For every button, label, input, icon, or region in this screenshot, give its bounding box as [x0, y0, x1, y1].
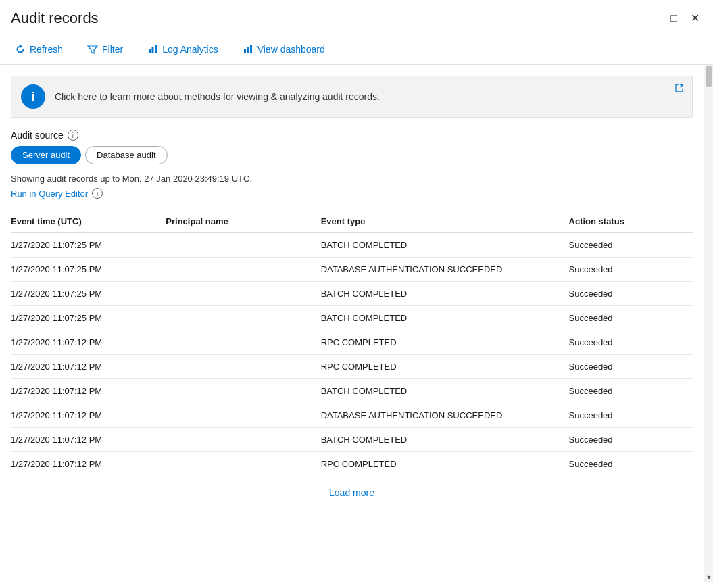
cell-action-status: Succeeded — [569, 282, 693, 306]
svg-rect-4 — [247, 47, 249, 53]
showing-text: Showing audit records up to Mon, 27 Jan … — [11, 174, 693, 184]
cell-event-time: 1/27/2020 11:07:12 PM — [11, 330, 166, 355]
refresh-button[interactable]: Refresh — [11, 41, 67, 57]
scroll-down-arrow[interactable]: ▼ — [704, 572, 713, 582]
svg-rect-0 — [149, 49, 151, 53]
col-header-action-status: Action status — [569, 211, 693, 232]
cell-action-status: Succeeded — [569, 355, 693, 379]
log-analytics-icon — [147, 44, 158, 55]
filter-icon — [87, 44, 98, 55]
table-row[interactable]: 1/27/2020 11:07:12 PM BATCH COMPLETED Su… — [11, 428, 693, 452]
audit-source-section: Audit source i Server audit Database aud… — [11, 130, 693, 164]
cell-event-type: RPC COMPLETED — [321, 330, 569, 355]
page-title: Audit records — [11, 9, 99, 27]
table-row[interactable]: 1/27/2020 11:07:25 PM DATABASE AUTHENTIC… — [11, 258, 693, 282]
table-row[interactable]: 1/27/2020 11:07:12 PM RPC COMPLETED Succ… — [11, 355, 693, 379]
cell-principal — [166, 452, 320, 476]
cell-event-type: RPC COMPLETED — [321, 452, 569, 476]
cell-principal — [166, 428, 320, 452]
table-row[interactable]: 1/27/2020 11:07:25 PM BATCH COMPLETED Su… — [11, 282, 693, 306]
cell-action-status: Succeeded — [569, 306, 693, 330]
cell-event-type: DATABASE AUTHENTICATION SUCCEEDED — [321, 258, 569, 282]
filter-button[interactable]: Filter — [83, 41, 127, 57]
cell-event-type: BATCH COMPLETED — [321, 379, 569, 403]
info-icon: i — [21, 84, 45, 109]
svg-rect-2 — [155, 45, 157, 53]
table-body: 1/27/2020 11:07:25 PM BATCH COMPLETED Su… — [11, 232, 693, 476]
table-row[interactable]: 1/27/2020 11:07:12 PM DATABASE AUTHENTIC… — [11, 403, 693, 428]
cell-principal — [166, 403, 320, 428]
cell-event-time: 1/27/2020 11:07:25 PM — [11, 306, 166, 330]
scrollbar-thumb[interactable] — [706, 66, 712, 87]
table-row[interactable]: 1/27/2020 11:07:25 PM BATCH COMPLETED Su… — [11, 306, 693, 330]
cell-action-status: Succeeded — [569, 379, 693, 403]
cell-action-status: Succeeded — [569, 403, 693, 428]
table-row[interactable]: 1/27/2020 11:07:25 PM BATCH COMPLETED Su… — [11, 232, 693, 258]
svg-rect-5 — [250, 45, 252, 53]
close-button[interactable]: ✕ — [688, 11, 702, 25]
cell-principal — [166, 306, 320, 330]
cell-event-time: 1/27/2020 11:07:12 PM — [11, 452, 166, 476]
window-controls: □ ✕ — [668, 11, 702, 25]
refresh-icon — [15, 44, 26, 55]
col-header-principal: Principal name — [166, 211, 320, 232]
cell-event-type: BATCH COMPLETED — [321, 428, 569, 452]
info-banner[interactable]: i Click here to learn more about methods… — [11, 76, 693, 118]
cell-action-status: Succeeded — [569, 232, 693, 258]
info-banner-text: Click here to learn more about methods f… — [55, 91, 683, 102]
cell-action-status: Succeeded — [569, 330, 693, 355]
audit-source-label: Audit source i — [11, 130, 693, 141]
cell-event-time: 1/27/2020 11:07:12 PM — [11, 379, 166, 403]
cell-event-type: BATCH COMPLETED — [321, 306, 569, 330]
minimize-button[interactable]: □ — [668, 11, 680, 25]
svg-rect-1 — [152, 47, 154, 53]
cell-event-type: BATCH COMPLETED — [321, 232, 569, 258]
cell-event-time: 1/27/2020 11:07:25 PM — [11, 258, 166, 282]
table-row[interactable]: 1/27/2020 11:07:12 PM RPC COMPLETED Succ… — [11, 330, 693, 355]
cell-principal — [166, 330, 320, 355]
col-header-event-time: Event time (UTC) — [11, 211, 166, 232]
cell-action-status: Succeeded — [569, 428, 693, 452]
cell-event-type: DATABASE AUTHENTICATION SUCCEEDED — [321, 403, 569, 428]
cell-event-time: 1/27/2020 11:07:25 PM — [11, 232, 166, 258]
cell-principal — [166, 355, 320, 379]
cell-event-type: BATCH COMPLETED — [321, 282, 569, 306]
toolbar: Refresh Filter Log Analytics Vie — [0, 34, 713, 65]
table-row[interactable]: 1/27/2020 11:07:12 PM RPC COMPLETED Succ… — [11, 452, 693, 476]
cell-principal — [166, 379, 320, 403]
title-bar: Audit records □ ✕ — [0, 0, 713, 34]
table-header: Event time (UTC) Principal name Event ty… — [11, 211, 693, 232]
cell-principal — [166, 232, 320, 258]
load-more-button[interactable]: Load more — [329, 487, 374, 498]
log-analytics-button[interactable]: Log Analytics — [143, 41, 222, 57]
cell-event-type: RPC COMPLETED — [321, 355, 569, 379]
external-link-icon[interactable] — [674, 83, 684, 95]
cell-event-time: 1/27/2020 11:07:25 PM — [11, 282, 166, 306]
dashboard-icon — [243, 44, 253, 55]
server-audit-tab[interactable]: Server audit — [11, 146, 81, 164]
cell-action-status: Succeeded — [569, 452, 693, 476]
cell-principal — [166, 282, 320, 306]
cell-event-time: 1/27/2020 11:07:12 PM — [11, 355, 166, 379]
run-in-query-editor-link[interactable]: Run in Query Editor i — [11, 188, 693, 199]
content-area: i Click here to learn more about methods… — [0, 65, 704, 582]
query-editor-info-icon[interactable]: i — [92, 188, 103, 199]
cell-event-time: 1/27/2020 11:07:12 PM — [11, 403, 166, 428]
scrollbar-track: ▲ ▼ — [704, 65, 713, 582]
audit-source-info-icon[interactable]: i — [68, 130, 78, 141]
load-more-bar: Load more — [11, 476, 693, 509]
audit-table: Event time (UTC) Principal name Event ty… — [11, 211, 693, 476]
audit-source-toggle-group: Server audit Database audit — [11, 146, 693, 164]
table-row[interactable]: 1/27/2020 11:07:12 PM BATCH COMPLETED Su… — [11, 379, 693, 403]
cell-principal — [166, 258, 320, 282]
cell-action-status: Succeeded — [569, 258, 693, 282]
database-audit-tab[interactable]: Database audit — [85, 146, 167, 164]
main-content: i Click here to learn more about methods… — [0, 65, 713, 582]
col-header-event-type: Event type — [321, 211, 569, 232]
svg-rect-3 — [244, 49, 246, 53]
cell-event-time: 1/27/2020 11:07:12 PM — [11, 428, 166, 452]
view-dashboard-button[interactable]: View dashboard — [239, 41, 329, 57]
